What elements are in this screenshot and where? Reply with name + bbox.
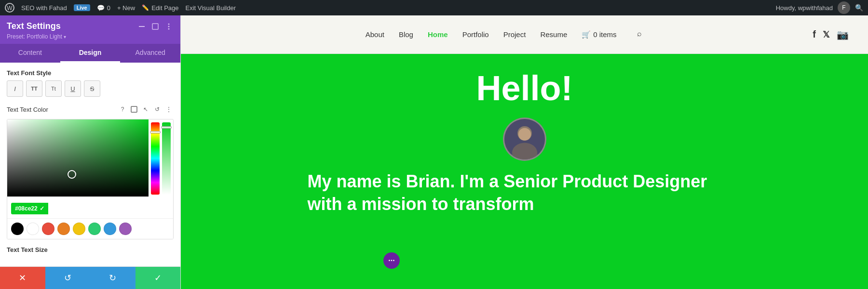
live-badge: Live xyxy=(74,4,90,11)
svg-point-5 xyxy=(168,26,170,27)
color-swatches xyxy=(7,218,173,239)
hero-avatar xyxy=(503,118,546,161)
swatch-red[interactable] xyxy=(42,223,54,235)
svg-rect-3 xyxy=(152,24,158,29)
dots-indicator[interactable]: ··· xyxy=(383,252,400,269)
svg-text:W: W xyxy=(7,5,13,12)
cancel-button[interactable]: ✕ xyxy=(0,267,45,289)
hue-cursor xyxy=(150,131,161,133)
swatch-green[interactable] xyxy=(88,223,101,235)
instagram-icon[interactable]: 📷 xyxy=(837,29,849,40)
new-button[interactable]: + New xyxy=(117,4,135,12)
swatch-black[interactable] xyxy=(11,223,24,235)
hero-section: Hello! My name is Brian. I'm a Senior Pr… xyxy=(181,54,868,289)
wp-logo[interactable]: W xyxy=(5,3,14,13)
search-button[interactable]: ⌕ xyxy=(637,29,648,40)
panel-header-icons xyxy=(137,22,174,31)
comments-count[interactable]: 💬 0 xyxy=(97,4,110,12)
howdy-text: Howdy, wpwithfahad xyxy=(776,4,833,12)
text-size-label: Text Text Size xyxy=(7,246,174,253)
color-label-row: Text Text Color ? ↖ ↺ ⋮ xyxy=(7,105,174,114)
swatch-orange[interactable] xyxy=(57,223,70,235)
expand-icon[interactable] xyxy=(150,22,160,31)
font-style-row: I TT Tt U S xyxy=(7,80,174,97)
nav-resume[interactable]: Resume xyxy=(540,30,567,39)
site-content: About Blog Home Portfolio Project Resume… xyxy=(181,15,868,289)
cart-count: 0 items xyxy=(593,30,616,39)
edit-page-link[interactable]: ✏️ Edit Page xyxy=(142,4,178,12)
panel-tabs: Content Design Advanced xyxy=(0,44,180,63)
nav-links: About Blog Home Portfolio Project Resume… xyxy=(200,29,813,40)
main-layout: Text Settings Preset: Portfolio Light ▾ xyxy=(0,15,868,289)
alpha-slider[interactable] xyxy=(162,122,171,195)
more-options-icon[interactable] xyxy=(164,22,174,31)
text-settings-panel: Text Settings Preset: Portfolio Light ▾ xyxy=(0,15,181,289)
tab-design[interactable]: Design xyxy=(60,44,121,63)
svg-rect-2 xyxy=(139,26,145,27)
hex-value-text: #08ce22 xyxy=(15,205,38,212)
twitter-icon[interactable]: 𝕏 xyxy=(823,29,830,40)
font-style-label: Text Font Style xyxy=(7,69,174,77)
reset-button[interactable]: ↺ xyxy=(45,267,91,289)
svg-point-6 xyxy=(168,28,170,29)
admin-bar-right: Howdy, wpwithfahad F 🔍 xyxy=(776,1,863,14)
nav-about[interactable]: About xyxy=(366,30,384,39)
facebook-icon[interactable]: f xyxy=(813,29,816,40)
color-row-icons: ? ↖ ↺ ⋮ xyxy=(118,105,174,114)
social-links: f 𝕏 📷 xyxy=(813,29,849,40)
italic-button[interactable]: I xyxy=(7,80,23,97)
color-mode-icon[interactable] xyxy=(129,105,139,114)
color-gradient-area[interactable] xyxy=(7,119,149,197)
tab-content[interactable]: Content xyxy=(0,44,60,63)
underline-button[interactable]: U xyxy=(65,80,81,97)
hero-body-text: My name is Brian. I'm a Senior Product D… xyxy=(308,171,742,216)
capitalize-button[interactable]: Tt xyxy=(45,80,62,97)
swatch-white[interactable] xyxy=(27,223,39,235)
svg-rect-7 xyxy=(131,106,137,112)
hue-slider[interactable] xyxy=(151,122,160,195)
site-nav: About Blog Home Portfolio Project Resume… xyxy=(181,15,868,54)
admin-avatar: F xyxy=(838,1,850,14)
swatch-yellow[interactable] xyxy=(73,223,85,235)
uppercase-button[interactable]: TT xyxy=(26,80,42,97)
hex-input-row: #08ce22 ✓ xyxy=(7,199,173,218)
strikethrough-button[interactable]: S xyxy=(84,80,100,97)
hex-confirm-icon[interactable]: ✓ xyxy=(40,205,44,212)
exit-builder-button[interactable]: Exit Visual Builder xyxy=(186,4,236,12)
svg-point-11 xyxy=(518,128,530,141)
panel-header: Text Settings Preset: Portfolio Light ▾ xyxy=(0,15,180,44)
nav-home[interactable]: Home xyxy=(428,30,448,39)
redo-button[interactable]: ↻ xyxy=(90,267,136,289)
svg-point-4 xyxy=(168,23,170,25)
panel-preset[interactable]: Preset: Portfolio Light ▾ xyxy=(7,33,174,40)
nav-portfolio[interactable]: Portfolio xyxy=(462,30,489,39)
color-picker[interactable]: #08ce22 ✓ xyxy=(7,119,174,239)
cart-icon: 🛒 xyxy=(582,30,591,39)
gradient-cursor[interactable] xyxy=(68,170,76,179)
hex-color-box[interactable]: #08ce22 ✓ xyxy=(11,203,48,214)
color-options-icon[interactable]: ⋮ xyxy=(164,105,174,114)
minimize-icon[interactable] xyxy=(137,22,147,31)
panel-content: Text Font Style I TT Tt U S Text Text Co… xyxy=(0,63,180,266)
help-icon[interactable]: ? xyxy=(118,105,127,114)
tab-advanced[interactable]: Advanced xyxy=(120,44,180,63)
admin-bar: W SEO with Fahad Live 💬 0 + New ✏️ Edit … xyxy=(0,0,868,15)
nav-cart[interactable]: 🛒 0 items xyxy=(582,30,616,39)
save-button[interactable]: ✓ xyxy=(136,267,181,289)
swatch-purple[interactable] xyxy=(119,223,132,235)
nav-blog[interactable]: Blog xyxy=(399,30,413,39)
panel-actions: ✕ ↺ ↻ ✓ xyxy=(0,266,180,289)
site-name[interactable]: SEO with Fahad xyxy=(21,4,67,12)
hero-title: Hello! xyxy=(476,68,572,108)
undo-color-icon[interactable]: ↺ xyxy=(152,105,162,114)
cursor-icon[interactable]: ↖ xyxy=(141,105,150,114)
admin-search-icon[interactable]: 🔍 xyxy=(855,4,863,12)
color-label-text: Text Text Color xyxy=(7,106,48,113)
chevron-down-icon: ▾ xyxy=(64,34,66,39)
alpha-cursor xyxy=(161,126,172,129)
panel-title: Text Settings xyxy=(7,21,61,31)
nav-project[interactable]: Project xyxy=(503,30,526,39)
swatch-blue[interactable] xyxy=(104,223,116,235)
